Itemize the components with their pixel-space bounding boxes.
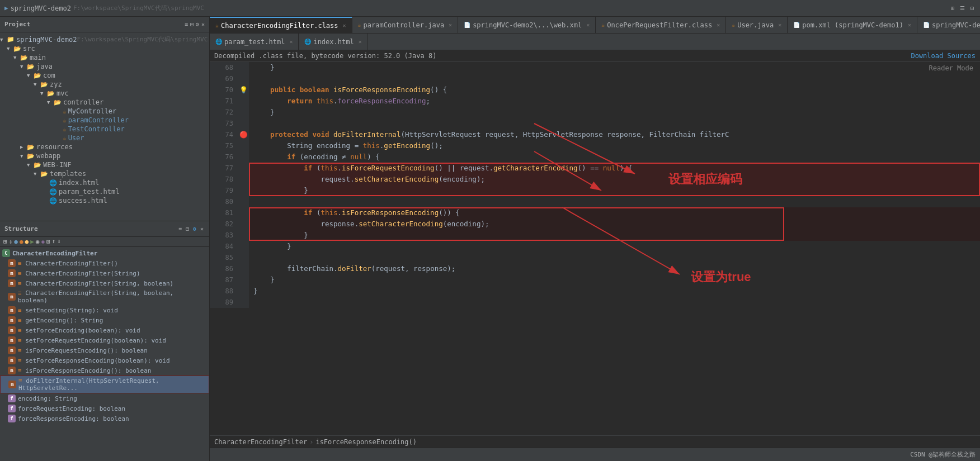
settings-btn[interactable]: ⚙	[196, 21, 199, 27]
tab-user-java[interactable]: ☕ User.java ✕	[726, 17, 788, 34]
minimize-btn[interactable]: ⊟	[969, 4, 976, 12]
struct-item-m7[interactable]: m ≡ setForceEncoding(boolean): void	[0, 325, 209, 335]
tab-param-html-icon: 🌐	[215, 39, 222, 45]
tree-item-user[interactable]: ☕ User	[0, 134, 209, 142]
struct-icon-8[interactable]: ◈	[41, 238, 45, 245]
tab-once-close[interactable]: ✕	[717, 22, 720, 28]
tab-pom-label: pom.xml (springMVC-demo1)	[802, 21, 903, 29]
reader-mode-btn[interactable]: Reader Mode	[929, 64, 973, 72]
struct-icon-5[interactable]: ●	[25, 238, 29, 245]
gt-74: 🔴	[238, 129, 249, 140]
tab-cef[interactable]: ☕ CharacterEncodingFilter.class ✕	[210, 17, 352, 34]
tab-spring-web[interactable]: 📄 springMVC-demo1\...\web.xml ✕	[917, 17, 980, 34]
cd-70: public boolean isForceResponseEncoding()…	[249, 84, 980, 96]
ln-86: 86	[210, 263, 238, 274]
tree-item-src[interactable]: ▼ 📂 src	[0, 44, 209, 53]
tree-item-mvc[interactable]: ▼ 📂 mvc	[0, 89, 209, 98]
sort-struct-btn[interactable]: ⊟	[185, 225, 190, 232]
code-line-87: 87 }	[210, 274, 980, 286]
resources-icon: 📂	[27, 144, 35, 151]
struct-icon-3[interactable]: ●	[14, 238, 18, 245]
tree-item-param-html[interactable]: 🌐 param_test.html	[0, 187, 209, 196]
struct-item-m11[interactable]: m ≡ isForceResponseEncoding(): boolean	[0, 365, 209, 376]
tab-param-java[interactable]: ☕ paramController.java ✕	[352, 17, 459, 34]
struct-item-m6[interactable]: m ≡ getEncoding(): String	[0, 315, 209, 325]
struct-icon-9[interactable]: ⊠	[46, 238, 50, 245]
struct-item-class[interactable]: C CharacterEncodingFilter	[0, 248, 209, 258]
tree-item-project[interactable]: ▼ 📁 springMVC-demo2 F:\workspace\SpringM…	[0, 35, 209, 44]
tab-web-xml-close[interactable]: ✕	[586, 22, 590, 28]
collapse-btn[interactable]: ≡	[185, 21, 188, 27]
controller-icon: 📂	[54, 99, 62, 106]
tree-item-mycontroller[interactable]: ☕ MyController	[0, 107, 209, 116]
struct-item-m5[interactable]: m ≡ setEncoding(String): void	[0, 305, 209, 315]
tree-item-templates[interactable]: ▼ 📂 templates	[0, 169, 209, 178]
templates-icon: 📂	[40, 170, 48, 178]
tree-item-webinf[interactable]: ▼ 📂 WEB-INF	[0, 160, 209, 169]
struct-item-f3[interactable]: f forceResponseEncoding: boolean	[0, 414, 209, 424]
struct-item-m12[interactable]: m ≡ doFilterInternal(HttpServletRequest,…	[0, 376, 209, 393]
f2-label: forceRequestEncoding: boolean	[18, 405, 125, 412]
close-struct-btn[interactable]: ✕	[199, 225, 205, 232]
struct-icon-6[interactable]: ▶	[30, 238, 34, 245]
code-line-82: 82 response.setCharacterEncoding(encodin…	[210, 218, 980, 230]
tree-item-testcontroller[interactable]: ☕ TestController	[0, 125, 209, 134]
struct-item-m1[interactable]: m ≡ CharacterEncodingFilter()	[0, 258, 209, 268]
tree-item-paramcontroller[interactable]: ☕ paramController	[0, 116, 209, 125]
tab-pom[interactable]: 📄 pom.xml (springMVC-demo1) ✕	[788, 17, 917, 34]
arrow-main: ▼	[13, 55, 19, 60]
tab-web-xml[interactable]: 📄 springMVC-demo2\...\web.xml ✕	[458, 17, 596, 34]
code-line-76: 76 if (encoding ≠ null) {	[210, 151, 980, 163]
gt-88	[238, 286, 249, 297]
struct-icon-7[interactable]: ◉	[36, 238, 40, 245]
struct-item-m8[interactable]: m ≡ setForceRequestEncoding(boolean): vo…	[0, 335, 209, 345]
ln-70: 70	[210, 84, 238, 96]
tree-item-success-html[interactable]: 🌐 success.html	[0, 196, 209, 205]
expand-all-btn[interactable]: ≡	[177, 225, 183, 232]
struct-item-f1[interactable]: f encoding: String	[0, 393, 209, 403]
tab-pom-close[interactable]: ✕	[908, 22, 911, 28]
tab-param-java-close[interactable]: ✕	[449, 22, 452, 28]
tab-user-java-close[interactable]: ✕	[778, 22, 781, 28]
tree-item-com[interactable]: ▼ 📂 com	[0, 71, 209, 80]
struct-icon-1[interactable]: ⊞	[3, 238, 7, 245]
title-controls: ⊞ ☰ ⊟	[949, 4, 976, 12]
close-panel-btn[interactable]: ✕	[201, 21, 205, 27]
tab-index-html-close[interactable]: ✕	[359, 39, 362, 45]
tab-param-html[interactable]: 🌐 param_test.html ✕	[210, 34, 299, 50]
tab-param-html-close[interactable]: ✕	[289, 39, 293, 45]
code-scroll-area[interactable]: 68 } 69 70 💡 public boolean isForceR	[210, 62, 980, 435]
layout-btn[interactable]: ⊞	[949, 4, 956, 12]
menu-btn[interactable]: ☰	[958, 4, 967, 12]
struct-icon-4[interactable]: ●	[20, 238, 23, 245]
tree-item-zyz[interactable]: ▼ 📂 zyz	[0, 80, 209, 89]
struct-item-f2[interactable]: f forceRequestEncoding: boolean	[0, 403, 209, 414]
struct-item-m2[interactable]: m ≡ CharacterEncodingFilter(String)	[0, 268, 209, 278]
download-sources-btn[interactable]: Download Sources	[911, 52, 976, 60]
struct-icon-11[interactable]: ⬇	[57, 238, 61, 245]
file-tree: ▼ 📁 springMVC-demo2 F:\workspace\SpringM…	[0, 32, 209, 221]
tree-item-index-html[interactable]: 🌐 index.html	[0, 178, 209, 187]
cd-86: filterChain.doFilter(request, response);	[249, 263, 980, 274]
struct-item-m3[interactable]: m ≡ CharacterEncodingFilter(String, bool…	[0, 278, 209, 288]
struct-item-m9[interactable]: m ≡ isForceRequestEncoding(): boolean	[0, 345, 209, 355]
struct-icon-10[interactable]: ⬆	[52, 238, 56, 245]
tree-item-controller[interactable]: ▼ 📂 controller	[0, 98, 209, 107]
gt-80	[238, 196, 249, 207]
m2-badge: m	[8, 269, 16, 277]
tab-cef-close[interactable]: ✕	[343, 22, 346, 28]
arrow-project: ▼	[0, 37, 6, 42]
tree-item-main[interactable]: ▼ 📂 main	[0, 53, 209, 62]
controller-label: controller	[63, 98, 103, 106]
breadcrumb-bar: CharacterEncodingFilter › isForceRespons…	[210, 435, 980, 448]
struct-icon-2[interactable]: ↕	[9, 238, 13, 245]
tree-item-webapp[interactable]: ▼ 📂 webapp	[0, 151, 209, 160]
tree-item-java[interactable]: ▼ 📂 java	[0, 62, 209, 71]
struct-item-m4[interactable]: m ≡ CharacterEncodingFilter(String, bool…	[0, 288, 209, 305]
sort-btn[interactable]: ⊟	[190, 21, 194, 27]
tab-index-html[interactable]: 🌐 index.html ✕	[299, 34, 368, 50]
struct-item-m10[interactable]: m ≡ setForceResponseEncoding(boolean): v…	[0, 355, 209, 365]
filter-btn[interactable]: ⚙	[192, 225, 197, 232]
tree-item-resources[interactable]: ▶ 📂 resources	[0, 142, 209, 151]
tab-once[interactable]: ☕ OncePerRequestFilter.class ✕	[596, 17, 726, 34]
